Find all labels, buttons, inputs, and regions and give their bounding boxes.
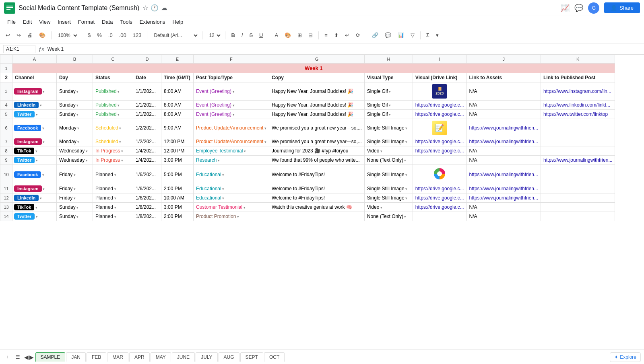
drive-icon[interactable]: ☁ <box>161 4 167 12</box>
channel-dropdown-arrow[interactable]: ▾ <box>42 90 45 94</box>
col-header-f[interactable]: F <box>194 55 269 64</box>
day-dropdown-arrow[interactable]: ▾ <box>76 90 79 94</box>
cell-channel[interactable]: Instagram ▾ <box>12 82 57 101</box>
assets-link[interactable]: https://www.journalingwithfrien... <box>469 139 538 144</box>
menu-view[interactable]: View <box>36 17 54 27</box>
visual-drive-link[interactable]: https://drive.google.c... <box>415 204 464 210</box>
formula-input[interactable] <box>47 46 641 52</box>
col-header-b[interactable]: B <box>57 55 93 64</box>
channel-dropdown-arrow[interactable]: ▾ <box>39 103 42 107</box>
channel-dropdown-arrow[interactable]: ▾ <box>41 126 44 130</box>
menu-help[interactable]: Help <box>169 17 186 27</box>
day-dropdown-arrow[interactable]: ▾ <box>85 158 88 162</box>
day-dropdown-arrow[interactable]: ▾ <box>85 149 88 153</box>
assets-link[interactable]: https://www.journalingwithfrien... <box>469 186 538 191</box>
avatar[interactable]: G <box>588 2 599 14</box>
week-label[interactable]: Week 1 <box>12 64 615 73</box>
published-link[interactable]: https://www.journalingwithfrien... <box>543 157 612 163</box>
cell-channel[interactable]: Facebook ▾ <box>12 165 57 184</box>
channel-dropdown-arrow[interactable]: ▾ <box>39 196 42 200</box>
visual-type-dropdown-arrow[interactable]: ▾ <box>388 90 391 94</box>
cell-channel[interactable]: Instagram ▾ <box>12 184 57 193</box>
menu-tools[interactable]: Tools <box>117 17 135 27</box>
topic-dropdown-arrow[interactable]: ▾ <box>263 126 266 130</box>
topic-dropdown-arrow[interactable]: ▾ <box>242 206 246 210</box>
cell-channel[interactable]: Twitter ▾ <box>12 212 57 221</box>
visual-type-dropdown-arrow[interactable]: ▾ <box>405 126 408 130</box>
menu-data[interactable]: Data <box>99 17 116 27</box>
valign-button[interactable]: ⬍ <box>332 31 341 40</box>
visual-drive-link[interactable]: https://drive.google.c... <box>415 139 464 144</box>
visual-type-dropdown-arrow[interactable]: ▾ <box>379 206 382 210</box>
col-header-i[interactable]: I <box>413 55 466 64</box>
day-dropdown-arrow[interactable]: ▾ <box>72 173 76 177</box>
day-dropdown-arrow[interactable]: ▾ <box>76 103 79 107</box>
col-header-g[interactable]: G <box>269 55 364 64</box>
menu-file[interactable]: File <box>4 17 19 27</box>
font-family-select[interactable]: Default (Ari... <box>151 31 199 39</box>
visual-drive-link[interactable]: https://drive.google.c... <box>415 111 464 117</box>
redo-button[interactable]: ↪ <box>14 31 23 40</box>
status-dropdown-arrow[interactable]: ▾ <box>117 90 120 94</box>
channel-dropdown-arrow[interactable]: ▾ <box>42 187 45 191</box>
font-size-select[interactable]: 12 <box>206 31 222 39</box>
star-icon[interactable]: ☆ <box>142 4 148 12</box>
trending-icon[interactable]: 📈 <box>561 4 570 12</box>
channel-dropdown-arrow[interactable]: ▾ <box>41 173 44 177</box>
currency-button[interactable]: $ <box>85 31 93 40</box>
cell-channel[interactable]: TikTok ▾ <box>12 203 57 212</box>
status-dropdown-arrow[interactable]: ▾ <box>120 149 123 153</box>
day-dropdown-arrow[interactable]: ▾ <box>76 215 79 219</box>
link-button[interactable]: 🔗 <box>369 31 381 40</box>
channel-dropdown-arrow[interactable]: ▾ <box>35 158 38 162</box>
underline-button[interactable]: U <box>257 31 265 40</box>
chat-icon[interactable]: 💬 <box>574 4 583 12</box>
col-header-j[interactable]: J <box>466 55 541 64</box>
menu-extensions[interactable]: Extensions <box>136 17 169 27</box>
recent-icon[interactable]: 🕐 <box>151 4 159 12</box>
assets-link[interactable]: https://www.journalingwithfrien... <box>469 125 538 131</box>
status-dropdown-arrow[interactable]: ▾ <box>118 126 122 130</box>
status-dropdown-arrow[interactable]: ▾ <box>118 140 122 144</box>
visual-drive-link[interactable]: https://drive.google.c... <box>415 195 464 201</box>
visual-type-dropdown-arrow[interactable]: ▾ <box>405 196 408 200</box>
filter-button[interactable]: ▽ <box>408 31 417 40</box>
assets-link[interactable]: https://www.journalingwithfrien... <box>469 172 538 177</box>
channel-dropdown-arrow[interactable]: ▾ <box>42 140 45 144</box>
visual-type-dropdown-arrow[interactable]: ▾ <box>405 173 408 177</box>
topic-dropdown-arrow[interactable]: ▾ <box>236 215 239 219</box>
spreadsheet-area[interactable]: A B C D E F G H I J K 1 Week 1 2 Channel… <box>0 55 644 338</box>
topic-dropdown-arrow[interactable]: ▾ <box>221 187 225 191</box>
status-dropdown-arrow[interactable]: ▾ <box>120 158 123 162</box>
col-header-h[interactable]: H <box>364 55 413 64</box>
function-button[interactable]: Σ <box>424 31 432 40</box>
topic-dropdown-arrow[interactable]: ▾ <box>263 140 266 144</box>
topic-dropdown-arrow[interactable]: ▾ <box>217 158 220 162</box>
menu-edit[interactable]: Edit <box>20 17 35 27</box>
comment-button[interactable]: 💬 <box>382 31 394 40</box>
col-header-c[interactable]: C <box>93 55 133 64</box>
topic-dropdown-arrow[interactable]: ▾ <box>221 173 225 177</box>
cell-channel[interactable]: Facebook ▾ <box>12 119 57 137</box>
visual-type-dropdown-arrow[interactable]: ▾ <box>405 187 408 191</box>
day-dropdown-arrow[interactable]: ▾ <box>76 113 79 117</box>
topic-dropdown-arrow[interactable]: ▾ <box>243 149 246 153</box>
merge-button[interactable]: ⊟ <box>306 31 315 40</box>
visual-drive-link[interactable]: https://drive.google.c... <box>415 148 464 154</box>
cell-channel[interactable]: Twitter ▾ <box>12 156 57 165</box>
visual-type-dropdown-arrow[interactable]: ▾ <box>405 140 408 144</box>
topic-dropdown-arrow[interactable]: ▾ <box>231 113 235 117</box>
menu-insert[interactable]: Insert <box>54 17 74 27</box>
status-dropdown-arrow[interactable]: ▾ <box>113 215 116 219</box>
format-number-button[interactable]: 123 <box>130 31 144 40</box>
paint-format-button[interactable]: 🎨 <box>37 31 48 40</box>
print-button[interactable]: 🖨 <box>25 31 35 40</box>
channel-dropdown-arrow[interactable]: ▾ <box>34 206 37 210</box>
topic-dropdown-arrow[interactable]: ▾ <box>221 196 225 200</box>
cell-channel[interactable]: Instagram ▾ <box>12 137 57 146</box>
more-button[interactable]: ▾ <box>433 31 441 40</box>
visual-type-dropdown-arrow[interactable]: ▾ <box>388 113 391 117</box>
topic-dropdown-arrow[interactable]: ▾ <box>231 103 235 107</box>
published-link[interactable]: https://www.instagram.com/lin... <box>543 88 611 94</box>
visual-drive-link[interactable]: https://drive.google.c... <box>415 186 464 191</box>
